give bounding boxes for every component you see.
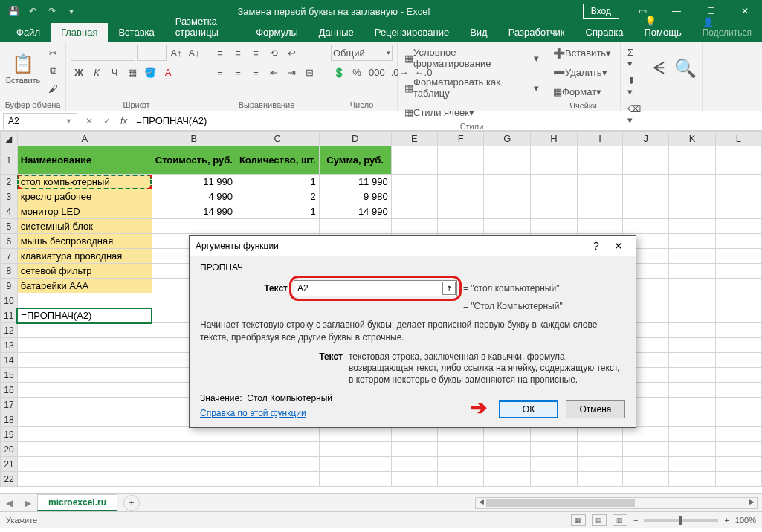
cell[interactable] (391, 189, 437, 204)
row-10[interactable]: 10 (1, 293, 18, 308)
hscrollbar[interactable]: ◀▶ (475, 497, 758, 509)
row-8[interactable]: 8 (1, 264, 18, 279)
cell[interactable] (438, 175, 484, 189)
view-normal-icon[interactable]: ▦ (571, 514, 586, 526)
cell[interactable]: 9 980 (319, 189, 391, 204)
cell[interactable] (531, 219, 578, 234)
find-button[interactable]: 🔍 (674, 45, 698, 94)
cell[interactable]: мышь беспроводная (17, 234, 152, 249)
cell[interactable]: Наименование (17, 146, 152, 175)
dec-font-icon[interactable]: A↓ (186, 45, 202, 61)
menu-view[interactable]: Вид (459, 23, 498, 42)
cell[interactable] (236, 427, 319, 442)
view-break-icon[interactable]: ▥ (613, 514, 627, 526)
cell[interactable]: Сумма, руб. (319, 146, 391, 175)
cell[interactable] (669, 146, 715, 175)
bold-icon[interactable]: Ж (71, 64, 87, 80)
cell[interactable]: монитор LED (17, 204, 152, 219)
sheet-tab[interactable]: microexcel.ru (37, 494, 117, 511)
enter-icon[interactable]: ✓ (98, 116, 116, 126)
menu-file[interactable]: Файл (6, 23, 51, 42)
col-K[interactable]: K (669, 132, 715, 146)
zoom-slider[interactable] (644, 519, 718, 522)
cell[interactable] (17, 323, 152, 338)
menu-tellme[interactable]: 💡 Помощь (634, 12, 692, 42)
cell[interactable] (391, 146, 437, 175)
autosum-icon[interactable]: Σ ▾ (625, 45, 643, 71)
cell[interactable] (715, 338, 761, 353)
fill-icon[interactable]: ⬇ ▾ (625, 73, 643, 100)
cell[interactable] (623, 457, 669, 472)
cell[interactable] (17, 398, 152, 412)
row-14[interactable]: 14 (1, 353, 18, 368)
row-17[interactable]: 17 (1, 398, 18, 412)
align-left-icon[interactable]: ≡ (212, 64, 228, 80)
number-format[interactable]: Общий▾ (331, 45, 393, 61)
cell[interactable] (17, 338, 152, 353)
cell[interactable] (715, 323, 761, 338)
cell[interactable] (715, 353, 761, 368)
cell[interactable] (438, 189, 484, 204)
new-sheet-button[interactable]: + (123, 495, 140, 511)
tab-nav-next[interactable]: ▶ (19, 498, 37, 508)
cell[interactable] (531, 457, 578, 472)
cell[interactable] (438, 146, 484, 175)
cell[interactable] (17, 368, 152, 383)
row-2[interactable]: 2 (1, 175, 18, 189)
cell[interactable] (623, 189, 669, 204)
cell[interactable] (669, 219, 715, 234)
ok-button[interactable]: ОК (499, 400, 558, 418)
cell[interactable]: системный блок (17, 219, 152, 234)
cell[interactable] (391, 442, 437, 457)
col-F[interactable]: F (438, 132, 484, 146)
cell[interactable] (236, 442, 319, 457)
cell[interactable] (715, 442, 761, 457)
cell[interactable]: 14 990 (152, 204, 236, 219)
cell[interactable] (715, 279, 761, 293)
row-4[interactable]: 4 (1, 204, 18, 219)
cell[interactable] (391, 457, 437, 472)
name-box[interactable]: A2▼ (3, 113, 77, 129)
row-22[interactable]: 22 (1, 472, 18, 487)
col-C[interactable]: C (236, 132, 319, 146)
col-A[interactable]: A (17, 132, 152, 146)
tab-nav-prev[interactable]: ◀ (0, 498, 19, 508)
cell[interactable] (669, 293, 715, 308)
cell[interactable] (577, 442, 622, 457)
font-color-icon[interactable]: A (160, 64, 176, 80)
cell[interactable] (715, 264, 761, 279)
cancel-icon[interactable]: ✕ (80, 116, 98, 126)
login-button[interactable]: Вход (583, 4, 619, 19)
currency-icon[interactable]: 💲 (331, 64, 347, 80)
cell[interactable] (577, 472, 622, 487)
arg-text-input[interactable] (294, 280, 457, 296)
cell[interactable] (484, 204, 531, 219)
cell[interactable] (391, 472, 437, 487)
cell[interactable] (715, 472, 761, 487)
format-painter-icon[interactable]: 🖌 (45, 80, 61, 97)
menu-data[interactable]: Данные (309, 23, 364, 42)
cut-icon[interactable]: ✂ (45, 45, 61, 61)
font-name[interactable] (71, 45, 135, 61)
cell[interactable] (236, 219, 319, 234)
col-I[interactable]: I (577, 132, 622, 146)
redo-icon[interactable]: ↷ (43, 2, 61, 20)
italic-icon[interactable]: К (88, 64, 105, 80)
cell[interactable] (623, 219, 669, 234)
cell[interactable] (669, 442, 715, 457)
cell[interactable] (669, 189, 715, 204)
col-B[interactable]: B (152, 132, 236, 146)
row-20[interactable]: 20 (1, 442, 18, 457)
cell[interactable]: 14 990 (319, 204, 391, 219)
cell[interactable] (484, 442, 531, 457)
sort-filter-button[interactable]: ᗕ (646, 45, 671, 94)
cell[interactable] (484, 472, 531, 487)
align-bot-icon[interactable]: ≡ (248, 45, 264, 61)
cell[interactable] (17, 457, 152, 472)
cell[interactable] (531, 146, 578, 175)
cell[interactable] (577, 427, 622, 442)
row-16[interactable]: 16 (1, 383, 18, 398)
cell[interactable] (391, 175, 437, 189)
cell[interactable] (715, 308, 761, 323)
cell[interactable]: 1 (236, 204, 319, 219)
